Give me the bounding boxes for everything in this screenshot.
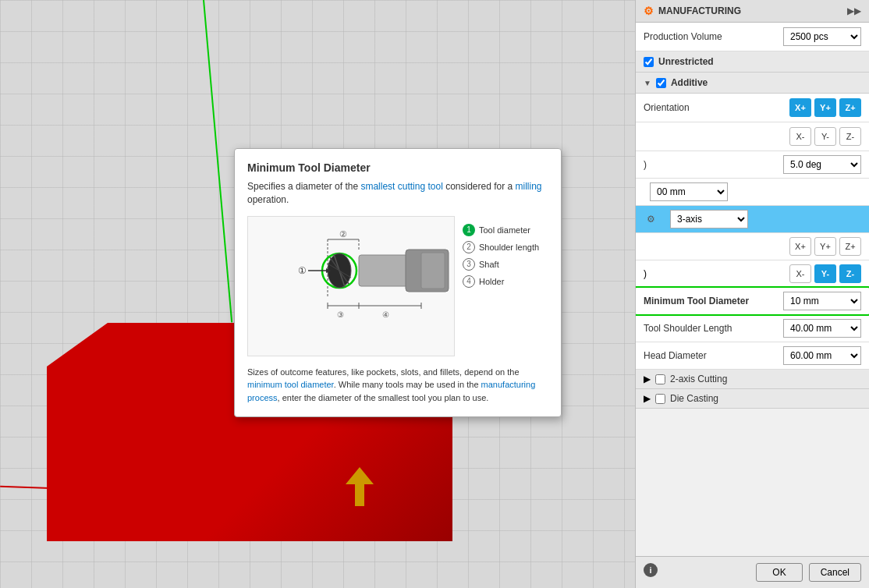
- tooltip-description: Specifies a diameter of the smallest cut…: [247, 180, 548, 207]
- orient-btn-yminus[interactable]: Y-: [814, 127, 836, 146]
- tooltip-footer: Sizes of outcome features, like pockets,…: [247, 366, 548, 405]
- viewport: Minimum Tool Diameter Specifies a diamet…: [0, 0, 635, 588]
- list-label-1: Tool diameter: [479, 225, 530, 235]
- orientation-label: Orientation: [644, 102, 690, 113]
- additive-checkbox[interactable]: [656, 78, 666, 88]
- panel-expand-icon[interactable]: ▶▶: [847, 5, 861, 16]
- additive-label: Additive: [671, 77, 708, 88]
- orient-btn-xminus[interactable]: X-: [789, 127, 811, 146]
- footer-text1: Sizes of outcome features, like pockets,…: [247, 367, 520, 377]
- list-num-1: 1: [463, 224, 475, 236]
- tooltip-desc-text2: considered for a: [443, 181, 516, 192]
- cancel-button[interactable]: Cancel: [809, 563, 861, 582]
- tool-shoulder-label: Tool Shoulder Length: [644, 323, 777, 334]
- additive-arrow[interactable]: ▼: [644, 79, 651, 87]
- tooltip-popup: Minimum Tool Diameter Specifies a diamet…: [234, 148, 562, 417]
- orient2-btn-yplus[interactable]: Y+: [814, 237, 836, 256]
- right-panel: ⚙ MANUFACTURING ▶▶ Production Volume 250…: [635, 0, 869, 588]
- angle-select-wrapper: 5.0 deg 10.0 deg 15.0 deg: [783, 155, 861, 174]
- list-label-3: Shaft: [479, 260, 499, 269]
- die-casting-checkbox[interactable]: [655, 394, 665, 404]
- axis-icon: ⚙: [644, 212, 658, 226]
- list-item-2: 2 Shoulder length: [463, 241, 548, 253]
- head-diameter-select[interactable]: 60.00 mm 30.00 mm 90.00 mm: [783, 346, 861, 365]
- tool-diagram-area: ②: [247, 216, 455, 356]
- list-item-1: 1 Tool diameter: [463, 224, 548, 236]
- list-num-4: 4: [463, 275, 475, 288]
- tool-diagram-svg: ②: [250, 228, 452, 345]
- svg-text:④: ④: [382, 310, 389, 319]
- info-icon[interactable]: i: [644, 563, 658, 577]
- die-casting-section[interactable]: ▶ Die Casting: [636, 389, 869, 409]
- tool-shoulder-select[interactable]: 40.00 mm 20.00 mm 60.00 mm: [783, 319, 861, 338]
- tooltip-list: 1 Tool diameter 2 Shoulder length 3 Shaf…: [463, 216, 548, 366]
- production-volume-row: Production Volume 2500 pcs 1000 pcs 5000…: [636, 23, 869, 51]
- list-item-3: 3 Shaft: [463, 258, 548, 271]
- production-volume-label: Production Volume: [644, 31, 722, 42]
- bracket-label: ): [644, 159, 771, 170]
- angle-select[interactable]: 5.0 deg 10.0 deg 15.0 deg: [783, 155, 861, 174]
- tool-shoulder-select-wrapper: 40.00 mm 20.00 mm 60.00 mm: [783, 319, 861, 338]
- list-num-3: 3: [463, 258, 475, 271]
- orient2-btn-xminus[interactable]: X-: [789, 264, 811, 283]
- manufacturing-icon: ⚙: [644, 5, 654, 17]
- list-label-4: Holder: [479, 277, 504, 286]
- orientation-buttons-row2: X- Y- Z-: [789, 127, 861, 146]
- production-volume-select-wrapper: 2500 pcs 1000 pcs 5000 pcs: [783, 27, 861, 46]
- orient-btn-zminus[interactable]: Z-: [839, 127, 861, 146]
- list-label-2: Shoulder length: [479, 243, 539, 252]
- orient2-btn-zminus[interactable]: Z-: [839, 264, 861, 283]
- panel-footer: i OK Cancel: [636, 556, 869, 588]
- unrestricted-section: Unrestricted: [636, 51, 869, 73]
- tool-shoulder-row: Tool Shoulder Length 40.00 mm 20.00 mm 6…: [636, 315, 869, 342]
- footer-text3: , enter the diameter of the smallest too…: [278, 393, 489, 402]
- orient2-btn-zplus[interactable]: Z+: [839, 237, 861, 256]
- min-tool-diameter-select[interactable]: 10 mm 5 mm 20 mm: [783, 292, 861, 310]
- cutting-2axis-checkbox[interactable]: [655, 374, 665, 384]
- additive-section: ▼ Additive: [636, 73, 869, 94]
- die-casting-label: Die Casting: [670, 393, 718, 404]
- orient2-btn-yminus[interactable]: Y-: [814, 264, 836, 283]
- cutting-2axis-arrow: ▶: [644, 374, 651, 384]
- orient-btn-yplus[interactable]: Y+: [814, 98, 836, 117]
- orient2-row1: X+ Y+ Z+: [636, 233, 869, 260]
- orient-btn-zplus[interactable]: Z+: [839, 98, 861, 117]
- tooltip-desc-highlight2: milling: [516, 181, 542, 192]
- unrestricted-checkbox[interactable]: [644, 57, 654, 67]
- tooltip-title: Minimum Tool Diameter: [247, 161, 548, 174]
- orientation-buttons-row1: X+ Y+ Z+: [789, 98, 861, 117]
- tooltip-desc-text3: operation.: [247, 194, 289, 205]
- svg-text:①: ①: [298, 265, 307, 276]
- die-casting-arrow: ▶: [644, 393, 651, 404]
- yellow-arrow: [346, 467, 374, 508]
- panel-header-title: ⚙ MANUFACTURING: [644, 5, 741, 17]
- ok-button[interactable]: OK: [756, 563, 802, 582]
- svg-text:③: ③: [337, 310, 344, 319]
- cutting-2axis-section[interactable]: ▶ 2-axis Cutting: [636, 370, 869, 389]
- orient-btn-xplus[interactable]: X+: [789, 98, 811, 117]
- mm-row: 00 mm 10 mm 20 mm: [636, 179, 869, 206]
- head-diameter-select-wrapper: 60.00 mm 30.00 mm 90.00 mm: [783, 346, 861, 365]
- head-diameter-label: Head Diameter: [644, 350, 777, 361]
- svg-text:②: ②: [339, 229, 347, 239]
- min-tool-diameter-row: Minimum Tool Diameter 10 mm 5 mm 20 mm: [636, 288, 869, 315]
- mm-select[interactable]: 00 mm 10 mm 20 mm: [650, 182, 728, 201]
- orient2-bracket: ): [644, 268, 647, 279]
- head-diameter-row: Head Diameter 60.00 mm 30.00 mm 90.00 mm: [636, 342, 869, 370]
- svg-marker-0: [346, 467, 374, 506]
- orient2-btn-xplus[interactable]: X+: [789, 237, 811, 256]
- min-tool-diameter-select-wrapper: 10 mm 5 mm 20 mm: [783, 292, 861, 310]
- axis-select[interactable]: 3-axis 5-axis: [670, 210, 748, 228]
- axis-select-wrapper: 3-axis 5-axis: [670, 210, 748, 228]
- production-volume-select[interactable]: 2500 pcs 1000 pcs 5000 pcs: [783, 27, 861, 46]
- angle-row: ) 5.0 deg 10.0 deg 15.0 deg: [636, 151, 869, 179]
- axis-row: ⚙ 3-axis 5-axis: [636, 206, 869, 233]
- list-num-2: 2: [463, 241, 475, 253]
- mm-select-wrapper: 00 mm 10 mm 20 mm: [650, 182, 728, 201]
- tooltip-desc-text1: Specifies a diameter of the: [247, 181, 360, 192]
- cutting-2axis-label: 2-axis Cutting: [670, 374, 727, 384]
- svg-rect-7: [421, 253, 445, 289]
- footer-highlight1: minimum tool diameter: [247, 380, 334, 389]
- orient2-buttons-row1: X+ Y+ Z+: [789, 237, 861, 256]
- list-item-4: 4 Holder: [463, 275, 548, 288]
